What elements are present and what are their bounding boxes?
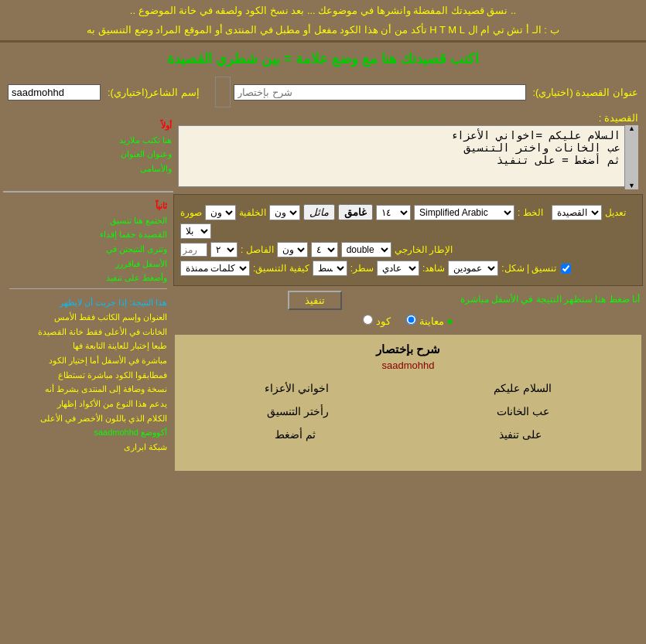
poem-section: القصيدة : ▲ ▼ السلام عليكم =اخواني الأعز… — [8, 112, 638, 189]
columns-select[interactable]: عمودين ثلاثة — [448, 261, 498, 276]
r2-item-3: وتنرى النتيجتن في — [9, 242, 167, 257]
right-instructions-panel: أولاً هنا تكتب ملاريد وعنوان العنوان وال… — [8, 112, 178, 189]
poem-textarea[interactable]: السلام عليكم =اخواني الأعزاء عب الخانات … — [178, 125, 638, 187]
main-controls-layout: تعديل القصيدة الخط : Simplified Arabic A… — [3, 191, 643, 472]
poem-area-wrapper: القصيدة : ▲ ▼ السلام عليكم =اخواني الأعز… — [178, 112, 638, 189]
bottom-instructions: هذا النتيجة: إذا جربت أن لايظهر العنوان … — [9, 295, 167, 455]
poem-row-1: السلام عليكم اخواني الأعزاء — [183, 377, 634, 399]
divider-2 — [9, 288, 167, 289]
border-size-select[interactable]: ١ ٢ ٣ ٤ ٥ — [311, 242, 338, 257]
align-select[interactable]: عادي توسيط — [377, 261, 419, 276]
fields-row: عنوان القصيدة (اختياري): إسم الشاعر(اختي… — [0, 73, 646, 111]
bold-button[interactable]: غامق — [338, 204, 373, 220]
poem-col-l-2: رأختر التنسيق — [267, 400, 329, 422]
poem-title-input[interactable] — [234, 84, 526, 101]
preview-poem: السلام عليكم اخواني الأعزاء عب الخانات ر… — [183, 377, 634, 445]
r2-item-1: الحتمع هنا تنسيق — [9, 213, 167, 228]
bi-5: فمطابقوا الكود مباشرة تستطاع — [9, 368, 167, 383]
controls-center: تعديل القصيدة الخط : Simplified Arabic A… — [173, 191, 643, 472]
top-banner: .. نسق قصيدتك المفضلة وانشرها في موضوعك … — [0, 0, 646, 21]
edit-label: تعديل — [605, 207, 626, 218]
bg-label: الخلفية — [239, 207, 266, 218]
tab-code[interactable] — [363, 315, 373, 325]
bi-7: يدعم هذا النوع من الأكواد إظهار — [9, 397, 167, 411]
bi-1: العنوان وإسم الكاتب فقط الأمس — [9, 310, 167, 325]
textarea-container: ▲ ▼ السلام عليكم =اخواني الأعزاء عب الخا… — [178, 125, 638, 189]
r-item-2: وعنوان العنوان — [14, 147, 172, 162]
bi-4: مباشرة في الأسفل أما إختيار الكود — [9, 353, 167, 368]
poem-col-l-3: ثم أضغط — [275, 424, 316, 445]
poem-col-r-2: عب الخانات — [497, 400, 549, 422]
control-row-2: الإطار الخارجي double solid dashed dotte… — [180, 242, 636, 257]
r-item-3: والأسامى — [14, 162, 172, 176]
r2-item-5: وأضغط على تنفيذ — [9, 271, 167, 285]
poem-row-2: عب الخانات رأختر التنسيق — [183, 400, 634, 422]
poem-col-r-3: على تنفيذ — [499, 424, 542, 445]
layout-checkbox[interactable] — [561, 264, 571, 274]
title-bar: اكتب قصيدتك هنا مع وضع علامة = بين شطري … — [0, 44, 646, 73]
font-select[interactable]: Simplified Arabic Arial Times New Roman … — [414, 205, 514, 220]
border-style-select[interactable]: double solid dashed dotted none — [341, 242, 391, 257]
divider-1 — [0, 40, 646, 43]
r-item-1: هنا تكتب ملاريد — [14, 133, 172, 148]
outer-border-label: الإطار الخارجي — [395, 244, 453, 255]
border-color-select[interactable]: لون — [277, 242, 308, 257]
image-label: صورة — [180, 207, 202, 218]
poem-title-group: عنوان القصيدة (اختياري): — [215, 77, 638, 107]
first-title: أولاً — [14, 118, 172, 133]
italic-button[interactable]: مائل — [303, 204, 335, 220]
r2-item-4: الأسفل فباقررر — [9, 257, 167, 271]
scrollbar[interactable]: ▲ ▼ — [624, 125, 638, 189]
controls-box: تعديل القصيدة الخط : Simplified Arabic A… — [173, 194, 643, 286]
control-row-1: تعديل القصيدة الخط : Simplified Arabic A… — [180, 204, 636, 239]
poem-label-row: القصيدة : — [178, 112, 638, 124]
poet-name-label: إسم الشاعر(اختياري): — [108, 87, 200, 98]
border-spacing-select[interactable]: ١ ٢ ٣ ٤ — [210, 242, 238, 257]
bg-color-select[interactable]: لون — [205, 205, 236, 220]
align-label: شاهد: — [422, 263, 445, 274]
image-select[interactable]: بلا — [180, 223, 211, 239]
tab-preview[interactable] — [406, 315, 416, 325]
preview-dot: ● — [446, 315, 453, 327]
title-scroll-placeholder — [215, 77, 231, 107]
poem-col-l-1: اخواني الأعزاء — [265, 377, 329, 399]
right-instructions-2: ثانياً الحتمع هنا تنسيق القصيدة حقما إقد… — [3, 191, 173, 472]
preview-tabs: كود معاينة ● — [173, 315, 643, 327]
bi-title: هذا النتيجة: إذا جربت أن لايظهر — [9, 295, 167, 310]
poet-name-input[interactable] — [8, 84, 101, 101]
bi-8: الكلام الذي باللون الأخضر في الأعلى — [9, 411, 167, 426]
bi-3: طبعا إختبار للعاينة التابعة فها — [9, 339, 167, 353]
line-spacing-label: سطر: — [350, 263, 374, 274]
font-label: الخط : — [518, 207, 543, 218]
size-select[interactable]: ١٢ ١٤ ١٦ ١٨ — [376, 205, 411, 220]
poem-label: القصيدة : — [599, 112, 638, 124]
submit-button[interactable]: تنفيذ — [288, 291, 342, 310]
bi-6: نسخة وضافة إلى المنتدى بشرط أنه — [9, 382, 167, 397]
html-note: ب : الـ أ تش تي ام ال H T M L تأكد من أن… — [0, 21, 646, 39]
formatting-label: كيفية التنسيق: — [253, 263, 309, 274]
submit-area: أنا ضغط هنا ستظهر النتيجة في الأسفل مباش… — [173, 291, 643, 310]
tab-preview-label: معاينة ● — [406, 315, 453, 327]
preview-author: saadmohhd — [183, 359, 634, 371]
border-color-input[interactable] — [180, 243, 207, 257]
poet-name-group: إسم الشاعر(اختياري): — [8, 84, 200, 101]
bi-2: الخانات في الأعلى فقط خانة القصيدة — [9, 325, 167, 339]
formatting-select[interactable]: كلمات ممنذة بدون — [180, 261, 250, 276]
bi-9: أكووضع saadmohhd — [9, 425, 167, 440]
r2-item-2: القصيدة حقما إقداء — [9, 227, 167, 242]
poem-row-3: على تنفيذ ثم أضغط — [183, 424, 634, 445]
bi-10: شبكة ابرارى — [9, 440, 167, 455]
edit-select[interactable]: القصيدة — [552, 205, 602, 220]
preview-content: شرح بإختصار saadmohhd السلام عليكم اخوان… — [173, 333, 643, 472]
control-row-3: تنسيق | شكل: عمودين ثلاثة شاهد: عادي توس… — [180, 261, 636, 276]
second-title: ثانياً — [9, 199, 167, 213]
poem-title-label: عنوان القصيدة (اختياري): — [533, 87, 639, 98]
poem-col-r-1: السلام عليكم — [494, 377, 552, 399]
border-padding-label: الفاصل : — [241, 244, 274, 255]
line-spacing-select[interactable]: صغير وسط كبير — [313, 261, 347, 276]
tab-code-label: كود — [363, 315, 391, 327]
layout-label: تنسيق | شكل: — [501, 263, 556, 274]
preview-note: أنا ضغط هنا ستظهر النتيجة في الأسفل مباش… — [457, 291, 643, 308]
color-select[interactable]: لون — [269, 205, 300, 220]
preview-title: شرح بإختصار — [183, 342, 634, 356]
